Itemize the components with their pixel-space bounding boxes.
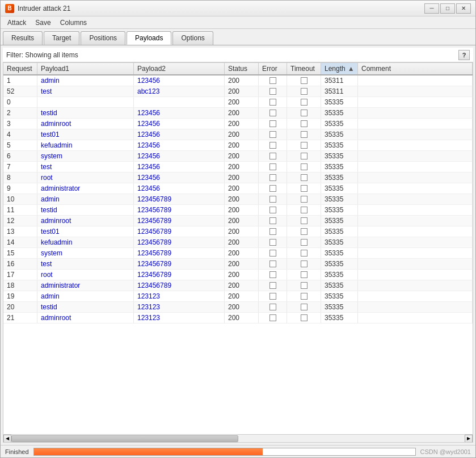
table-row[interactable]: 12adminroot12345678920035335 — [3, 216, 473, 226]
checkbox[interactable] — [269, 185, 276, 192]
table-row[interactable]: 14kefuadmin12345678920035335 — [3, 237, 473, 248]
table-row[interactable]: 6system12345620035335 — [3, 151, 473, 162]
table-row[interactable]: 020035335 — [3, 97, 473, 108]
table-row[interactable]: 17root12345678920035335 — [3, 270, 473, 280]
checkbox[interactable] — [269, 271, 276, 278]
checkbox[interactable] — [269, 88, 276, 95]
checkbox[interactable] — [269, 228, 276, 235]
checkbox[interactable] — [301, 260, 307, 267]
menu-save[interactable]: Save — [31, 18, 55, 27]
table-row[interactable]: 19admin12312320035335 — [3, 291, 473, 302]
checkbox[interactable] — [269, 163, 276, 170]
checkbox[interactable] — [301, 99, 307, 106]
checkbox[interactable] — [269, 153, 276, 159]
checkbox[interactable] — [301, 77, 307, 84]
checkbox[interactable] — [301, 271, 307, 278]
table-row[interactable]: 15system12345678920035335 — [3, 248, 473, 259]
checkbox[interactable] — [269, 131, 276, 138]
checkbox[interactable] — [301, 304, 307, 310]
table-row[interactable]: 16test12345678920035335 — [3, 259, 473, 270]
table-row[interactable]: 4test0112345620035335 — [3, 129, 473, 140]
checkbox[interactable] — [269, 260, 276, 267]
checkbox[interactable] — [269, 99, 276, 106]
table-row[interactable]: 5kefuadmin12345620035335 — [3, 140, 473, 151]
checkbox[interactable] — [269, 314, 276, 321]
table-row[interactable]: 8root12345620035335 — [3, 173, 473, 183]
table-row[interactable]: 18administrator12345678920035335 — [3, 280, 473, 291]
table-row[interactable]: 7test12345620035335 — [3, 162, 473, 173]
close-button[interactable]: ✕ — [456, 3, 471, 14]
title-bar: B Intruder attack 21 ─ □ ✕ — [1, 1, 475, 16]
checkbox[interactable] — [269, 120, 276, 127]
scroll-left-arrow[interactable]: ◀ — [3, 435, 11, 443]
col-header-payload1[interactable]: Payload1 — [37, 63, 134, 74]
checkbox[interactable] — [269, 250, 276, 257]
checkbox[interactable] — [301, 239, 307, 246]
table-row[interactable]: 21adminroot12312320035335 — [3, 313, 473, 323]
checkbox[interactable] — [301, 131, 307, 138]
table-body[interactable]: 1admin1234562003531152testabc12320035311… — [3, 75, 473, 434]
checkbox[interactable] — [269, 282, 276, 289]
checkbox[interactable] — [301, 314, 307, 321]
table-row[interactable]: 9administrator12345620035335 — [3, 183, 473, 194]
checkbox[interactable] — [301, 110, 307, 116]
checkbox[interactable] — [301, 174, 307, 181]
checkbox[interactable] — [301, 88, 307, 95]
checkbox[interactable] — [269, 217, 276, 224]
checkbox[interactable] — [269, 110, 276, 116]
checkbox[interactable] — [301, 196, 307, 203]
checkbox[interactable] — [301, 153, 307, 159]
checkbox[interactable] — [269, 293, 276, 300]
col-header-request[interactable]: Request — [3, 63, 37, 74]
checkbox[interactable] — [301, 120, 307, 127]
checkbox[interactable] — [269, 239, 276, 246]
tab-payloads[interactable]: Payloads — [127, 31, 171, 45]
tab-positions[interactable]: Positions — [81, 31, 125, 45]
col-header-comment[interactable]: Comment — [358, 63, 473, 74]
col-header-length[interactable]: Length ▲ — [321, 63, 358, 74]
checkbox[interactable] — [301, 163, 307, 170]
checkbox[interactable] — [269, 207, 276, 213]
col-header-payload2[interactable]: Payload2 — [134, 63, 225, 74]
table-row[interactable]: 20testid12312320035335 — [3, 302, 473, 313]
checkbox[interactable] — [301, 217, 307, 224]
col-header-error[interactable]: Error — [259, 63, 287, 74]
scroll-thumb[interactable] — [11, 435, 238, 442]
checkbox[interactable] — [301, 250, 307, 257]
col-header-status[interactable]: Status — [225, 63, 259, 74]
minimize-button[interactable]: ─ — [424, 3, 439, 14]
checkbox[interactable] — [301, 185, 307, 192]
checkbox[interactable] — [301, 228, 307, 235]
table-row[interactable]: 52testabc12320035311 — [3, 86, 473, 97]
tabs-bar: Results Target Positions Payloads Option… — [1, 29, 475, 45]
help-button[interactable]: ? — [458, 50, 470, 60]
checkbox[interactable] — [269, 142, 276, 149]
tab-target[interactable]: Target — [44, 31, 79, 45]
horizontal-scrollbar[interactable]: ◀ ▶ — [3, 434, 473, 442]
table-row[interactable]: 3adminroot12345620035335 — [3, 119, 473, 129]
window-title: Intruder attack 21 — [18, 5, 424, 12]
maximize-button[interactable]: □ — [440, 3, 455, 14]
checkbox[interactable] — [301, 293, 307, 300]
checkbox[interactable] — [301, 142, 307, 149]
checkbox[interactable] — [301, 282, 307, 289]
checkbox[interactable] — [269, 196, 276, 203]
table-row[interactable]: 2testid12345620035335 — [3, 108, 473, 119]
menu-columns[interactable]: Columns — [56, 18, 91, 27]
table-header: Request Payload1 Payload2 Status Error T… — [3, 63, 473, 75]
scroll-track[interactable] — [11, 435, 465, 443]
checkbox[interactable] — [269, 77, 276, 84]
table-row[interactable]: 13test0112345678920035335 — [3, 226, 473, 237]
filter-text: Filter: Showing all items — [6, 51, 458, 59]
tab-options[interactable]: Options — [172, 31, 213, 45]
checkbox[interactable] — [269, 174, 276, 181]
table-row[interactable]: 1admin12345620035311 — [3, 75, 473, 86]
col-header-timeout[interactable]: Timeout — [287, 63, 321, 74]
tab-results[interactable]: Results — [3, 31, 43, 45]
table-row[interactable]: 10admin12345678920035335 — [3, 194, 473, 205]
checkbox[interactable] — [301, 207, 307, 213]
scroll-right-arrow[interactable]: ▶ — [465, 435, 473, 443]
checkbox[interactable] — [269, 304, 276, 310]
menu-attack[interactable]: Attack — [3, 18, 31, 27]
table-row[interactable]: 11testid12345678920035335 — [3, 205, 473, 216]
